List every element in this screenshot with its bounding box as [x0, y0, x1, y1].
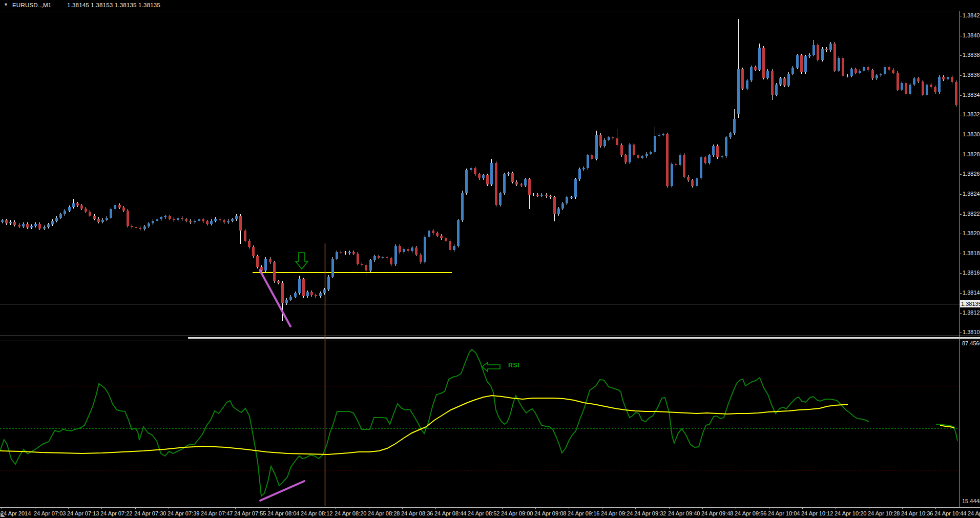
time-axis-label: 24 Apr 09:00 — [501, 510, 533, 516]
time-axis-label: 24 Apr 10:04 — [768, 510, 800, 516]
price-axis-label: 1.38125 — [963, 309, 980, 316]
price-axis-label: 1.38345 — [963, 92, 980, 98]
price-axis-label: 1.38205 — [963, 230, 980, 236]
time-axis-label: 24 Apr 08:28 — [368, 510, 400, 516]
price-axis-label: 1.38405 — [963, 32, 980, 38]
time-axis-label: 24 Apr 07:55 — [234, 510, 266, 516]
time-axis-label: 24 Apr 09:40 — [668, 510, 700, 516]
time-axis-label: 24 Apr 09:48 — [701, 510, 733, 516]
time-axis-label: 24 Apr 09:24 — [601, 510, 633, 516]
time-axis-label: 24 Apr 09:16 — [568, 510, 599, 516]
price-axis-label: 1.38185 — [963, 250, 980, 256]
time-axis-label: 24 Apr 08:44 — [434, 510, 466, 516]
time-axis-label: 24 Apr 08:52 — [468, 510, 499, 516]
chart-canvas[interactable] — [0, 0, 980, 518]
time-axis-label: 24 Apr 07:22 — [100, 510, 132, 516]
price-tag: 1.38135 — [960, 300, 980, 307]
price-axis-label: 1.38245 — [963, 191, 980, 197]
price-axis-label: 1.38165 — [963, 270, 980, 276]
price-axis-label: 1.38265 — [963, 171, 980, 177]
rsi-max-label: 87.4566 — [962, 340, 980, 346]
price-axis-label: 1.38385 — [963, 52, 980, 58]
time-axis-label: 24 Apr 08:04 — [267, 510, 299, 516]
time-axis-label: 24 Apr 10:44 — [934, 510, 966, 516]
scroll-corner-icon[interactable] — [1, 512, 5, 517]
time-axis-label: 24 Apr 09:32 — [634, 510, 666, 516]
mt4-chart-window: ▼ EURUSD..,M1 1.38145 1.38153 1.38135 1.… — [0, 0, 980, 518]
time-axis-label: 24 Apr 10:12 — [801, 510, 833, 516]
price-axis-label: 1.38365 — [963, 72, 980, 78]
time-axis-label: 24 Apr 10:52 — [968, 510, 980, 516]
time-axis-label: 24 Apr 07:03 — [34, 510, 66, 516]
time-axis-label: 24 Apr 10:36 — [901, 510, 933, 516]
time-axis-label: 24 Apr 08:36 — [401, 510, 433, 516]
time-axis-label: 24 Apr 07:47 — [201, 510, 233, 516]
price-axis-label: 1.38325 — [963, 111, 980, 117]
price-axis-label: 1.38425 — [963, 12, 980, 18]
time-axis-label: 24 Apr 10:28 — [868, 510, 900, 516]
price-axis-label: 1.38105 — [963, 329, 980, 335]
time-axis-label: 24 Apr 07:39 — [168, 510, 199, 516]
time-axis-label: 24 Apr 08:12 — [301, 510, 332, 516]
time-axis-label: 24 Apr 07:13 — [67, 510, 99, 516]
rsi-min-label: 15.4448 — [962, 498, 980, 504]
rsi-annotation-label: RSI — [508, 362, 519, 369]
time-axis-label: 24 Apr 07:30 — [134, 510, 166, 516]
time-axis-label: 24 Apr 08:20 — [335, 510, 366, 516]
time-axis-label: 24 Apr 10:20 — [835, 510, 866, 516]
price-axis-label: 1.38285 — [963, 151, 980, 157]
price-axis-label: 1.38225 — [963, 211, 980, 217]
time-axis-label: 24 Apr 09:08 — [534, 510, 566, 516]
price-axis-label: 1.38145 — [963, 289, 980, 296]
price-axis-label: 1.38305 — [963, 131, 980, 137]
time-axis-label: 24 Apr 09:56 — [735, 510, 766, 516]
